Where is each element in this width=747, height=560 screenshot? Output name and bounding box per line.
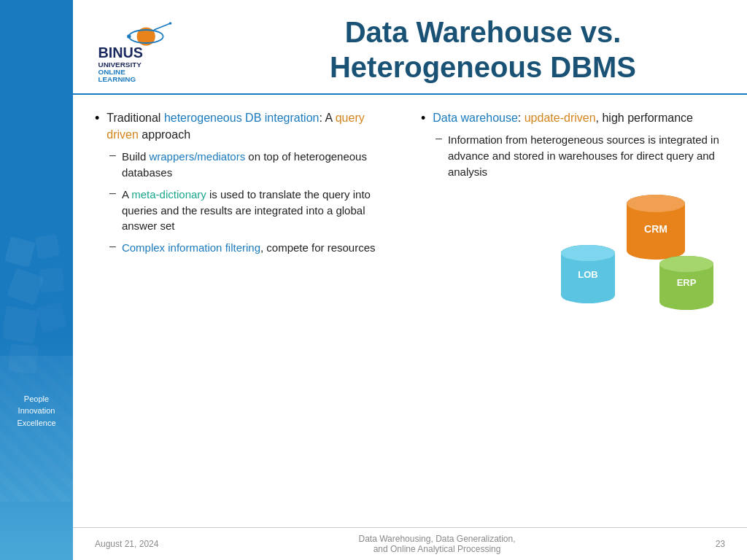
highlight-update-driven: update-driven [525,112,596,124]
sub-items-right: – Information from heterogeneous sources… [436,132,725,179]
svg-point-29 [659,256,713,272]
svg-text:ERP: ERP [677,277,697,288]
cylinder-lob: LOB [557,244,619,309]
bullet-item-dw: • Data warehouse: update-driven, high pe… [421,109,725,126]
left-bar-pattern [0,356,73,502]
svg-point-9 [127,34,131,38]
right-column: • Data warehouse: update-driven, high pe… [421,109,725,520]
footer-center: Data Warehousing, Data Generalization, a… [359,534,516,554]
sub-dash-2: – [109,187,116,200]
cylinders-container: CRM LOB [557,192,718,316]
left-sidebar: People Innovation Excellence [0,0,73,560]
svg-text:LOB: LOB [578,269,597,280]
sub-text-metadict: A meta-dictionary is used to translate t… [122,187,399,234]
slide-header: BINUS UNIVERSITY ONLINE LEARNING Data Wa… [73,0,747,95]
svg-text:CRM: CRM [644,223,667,235]
svg-point-11 [169,22,172,25]
cylinder-erp: ERP [656,254,718,316]
svg-point-19 [627,195,685,212]
sub-item-metadict: – A meta-dictionary is used to translate… [109,187,399,234]
sub-text-complex: Complex information filtering, compete f… [122,240,376,256]
bullet-dot-right: • [421,111,425,126]
db-illustration: CRM LOB [421,185,725,316]
slide-footer: August 21, 2024 Data Warehousing, Data G… [73,527,747,560]
sub-text-wrappers: Build wrappers/mediators on top of heter… [122,149,399,181]
sub-item-complex: – Complex information filtering, compete… [109,240,399,256]
logo-section: BINUS UNIVERSITY ONLINE LEARNING [95,13,241,86]
highlight-heterogeneous: heterogeneous DB integration [164,112,320,124]
svg-rect-4 [4,306,39,344]
svg-rect-1 [35,234,61,260]
svg-rect-0 [4,236,36,268]
svg-rect-5 [36,302,67,333]
main-content: BINUS UNIVERSITY ONLINE LEARNING Data Wa… [73,0,747,560]
svg-line-10 [154,23,171,30]
sidebar-tagline: People Innovation Excellence [0,393,73,429]
highlight-complex: Complex information filtering [122,241,260,254]
highlight-wrappers: wrappers/mediators [149,150,245,163]
bullet-item-traditional: • Traditional heterogeneous DB integrati… [95,109,399,143]
highlight-metadict: meta-dictionary [131,188,206,201]
slide-content: • Traditional heterogeneous DB integrati… [73,95,747,527]
sub-dash-3: – [109,240,116,253]
svg-point-23 [561,287,615,303]
bullet-text-dw: Data warehouse: update-driven, high perf… [433,109,693,126]
sub-items-left: – Build wrappers/mediators on top of het… [109,149,399,256]
svg-point-28 [659,294,713,310]
svg-point-24 [561,245,615,261]
sub-dash-right-1: – [436,132,442,145]
left-column: • Traditional heterogeneous DB integrati… [95,109,399,520]
title-section: Data Warehouse vs. Heterogeneous DBMS [241,15,725,85]
footer-page: 23 [716,539,725,549]
slide-title: Data Warehouse vs. Heterogeneous DBMS [241,15,725,85]
highlight-dw: Data warehouse [433,112,518,124]
svg-text:BINUS: BINUS [98,44,144,61]
svg-text:LEARNING: LEARNING [98,75,136,83]
sub-dash-1: – [109,149,116,162]
svg-rect-3 [39,268,65,293]
bullet-dot: • [95,111,99,126]
sub-item-info: – Information from heterogeneous sources… [436,132,725,179]
bullet-text-traditional: Traditional heterogeneous DB integration… [107,109,399,143]
binus-logo: BINUS UNIVERSITY ONLINE LEARNING [95,13,226,86]
footer-date: August 21, 2024 [95,539,158,549]
sub-item-wrappers: – Build wrappers/mediators on top of het… [109,149,399,181]
svg-rect-2 [7,268,44,305]
sub-text-info: Information from heterogeneous sources i… [448,132,725,179]
